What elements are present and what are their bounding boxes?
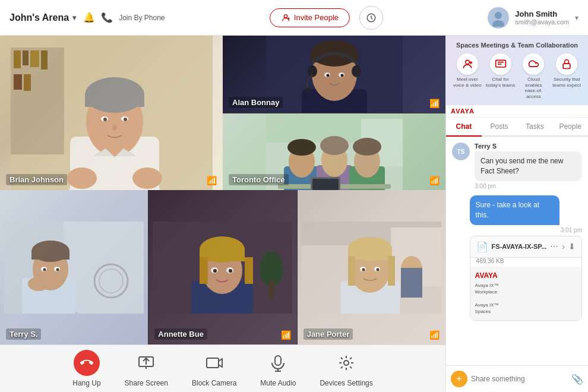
video-bottom-row: Terry S. <box>0 190 445 344</box>
video-cell-terry[interactable]: Terry S. <box>0 190 148 344</box>
file-actions: ⋯ › ⬇ <box>550 242 576 251</box>
chat-input-area: + 📎 <box>446 365 588 392</box>
tab-tasks[interactable]: Tasks <box>517 118 553 137</box>
phone-icon[interactable]: 📞 <box>101 12 113 23</box>
avaya-logo-bar: AVAYA <box>446 105 588 118</box>
forward-icon[interactable]: › <box>562 242 565 251</box>
video-cell-alan[interactable]: Alan Bonnay 📶 <box>223 36 445 113</box>
jane-svg <box>302 222 441 314</box>
microphone-icon <box>268 353 287 372</box>
mute-audio-button[interactable]: Mute Audio <box>260 350 296 387</box>
video-cell-brian[interactable]: Brian Johnson 📶 <box>0 36 223 190</box>
svg-rect-68 <box>31 251 69 260</box>
tab-posts[interactable]: Posts <box>482 118 517 137</box>
devices-settings-icon-wrap <box>333 350 359 376</box>
block-camera-button[interactable]: Block Camera <box>192 350 236 387</box>
preview-avaya-logo: AVAYA <box>475 271 577 280</box>
svg-rect-13 <box>14 74 22 90</box>
jane-name: Jane Porter <box>304 328 353 340</box>
jane-signal: 📶 <box>429 330 440 340</box>
outgoing-time: 3:01 pm <box>470 227 582 233</box>
message-incoming-terry: TS Terry S Can you send me the new Fact … <box>452 143 582 189</box>
attachment-icon[interactable]: 📎 <box>571 374 583 385</box>
user-avatar <box>488 7 509 29</box>
block-camera-icon-wrap <box>201 350 227 376</box>
chat-icon-text: Chat for today's teams <box>486 77 516 88</box>
meeting-title[interactable]: John's Arena ▾ <box>10 12 76 23</box>
alan-signal: 📶 <box>429 99 440 108</box>
chat-icon <box>495 58 507 70</box>
hang-up-button[interactable]: Hang Up <box>72 350 100 387</box>
cloud-icon-circle <box>523 53 544 75</box>
download-icon[interactable]: ⬇ <box>568 242 576 251</box>
add-button[interactable]: + <box>451 371 467 387</box>
right-panel: Spaces Meetings & Team Collaboration Mee… <box>445 36 588 392</box>
clock-button[interactable] <box>359 6 383 30</box>
bell-icon[interactable]: 🔔 <box>83 12 95 23</box>
svg-rect-84 <box>245 257 253 284</box>
clock-icon <box>366 12 377 23</box>
file-preview-inner: AVAYA Avaya IX™WorkplaceAvaya IX™Spaces <box>470 267 581 320</box>
terry-bubble: Can you send me the new Fact Sheet? <box>475 151 582 181</box>
avaya-logo: AVAYA <box>451 108 475 115</box>
svg-rect-93 <box>401 268 422 298</box>
svg-point-48 <box>287 139 316 156</box>
toronto-signal: 📶 <box>429 176 440 185</box>
video-cell-annette[interactable]: Annette Bue 📶 <box>148 190 297 344</box>
security-icon-circle <box>556 53 577 75</box>
svg-rect-14 <box>24 74 31 91</box>
mute-audio-label: Mute Audio <box>260 379 296 387</box>
invite-people-button[interactable]: Invite People <box>270 8 350 27</box>
svg-rect-99 <box>348 256 355 286</box>
annette-silhouette <box>148 190 296 344</box>
svg-point-88 <box>229 269 232 273</box>
svg-rect-19 <box>85 95 144 107</box>
svg-point-52 <box>320 136 349 155</box>
terry-sender: Terry S <box>475 143 582 150</box>
devices-settings-button[interactable]: Devices Settings <box>320 350 372 387</box>
toronto-name: Toronto Office <box>229 174 289 185</box>
chat-tabs: Chat Posts Tasks People <box>446 118 588 137</box>
chevron-down-icon[interactable]: ▾ <box>72 14 76 22</box>
user-name: John Smith <box>515 10 569 18</box>
file-name: FS-AVAYA-IX-SP... <box>492 243 547 250</box>
banner-title: Spaces Meetings & Team Collaboration <box>451 42 583 49</box>
svg-point-56 <box>353 138 381 156</box>
header: John's Arena ▾ 🔔 📞 Join By Phone Invite … <box>0 0 588 36</box>
annette-signal: 📶 <box>281 330 291 340</box>
svg-rect-109 <box>207 358 219 368</box>
camera-icon <box>205 353 224 372</box>
video-cell-right-top: Alan Bonnay 📶 <box>223 36 445 190</box>
alan-svg <box>266 36 403 113</box>
avaya-icon-cloud: Cloud enables ease-of-access <box>519 53 548 99</box>
avaya-icon-voice: Meet over voice & video <box>453 53 482 99</box>
share-screen-button[interactable]: Share Screen <box>125 350 168 387</box>
svg-rect-11 <box>30 50 39 67</box>
video-cell-toronto[interactable]: Toronto Office 📶 <box>223 113 445 191</box>
svg-point-0 <box>284 14 287 17</box>
tab-chat[interactable]: Chat <box>446 118 482 137</box>
outgoing-content: Sure - take a look at this. 3:01 pm 📄 FS… <box>470 195 582 321</box>
file-preview: AVAYA Avaya IX™WorkplaceAvaya IX™Spaces <box>470 267 581 320</box>
outgoing-bubble: Sure - take a look at this. <box>470 195 560 225</box>
share-screen-icon <box>137 353 156 372</box>
voice-icon-circle <box>457 53 478 75</box>
svg-rect-77 <box>268 281 274 299</box>
avaya-icon-chat: Chat for today's teams <box>486 53 516 99</box>
share-screen-label: Share Screen <box>125 379 168 387</box>
header-right: John Smith smith@avaya.com ▾ <box>488 7 578 29</box>
preview-text: Avaya IX™WorkplaceAvaya IX™Spaces <box>475 282 577 315</box>
join-phone-label[interactable]: Join By Phone <box>119 14 165 22</box>
more-options-icon[interactable]: ⋯ <box>550 242 558 251</box>
header-center: Invite People <box>270 6 383 30</box>
devices-settings-label: Devices Settings <box>320 379 372 387</box>
chat-input[interactable] <box>471 375 568 383</box>
tab-people[interactable]: People <box>552 118 588 137</box>
video-cell-jane[interactable]: Jane Porter 📶 <box>298 190 445 344</box>
user-menu-chevron[interactable]: ▾ <box>575 14 578 22</box>
voice-icon-text: Meet over voice & video <box>453 77 482 88</box>
svg-rect-61 <box>64 222 144 314</box>
title-text: John's Arena <box>10 12 69 23</box>
security-icon-text: Security that teams expect <box>552 77 581 88</box>
svg-rect-9 <box>14 50 21 68</box>
